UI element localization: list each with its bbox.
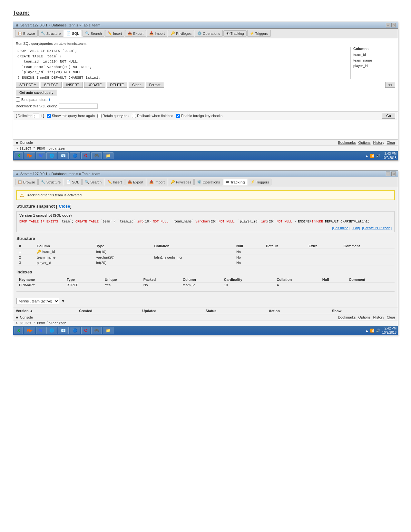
nav2-operations[interactable]: ⚙️ Operations [194,179,222,185]
nav-structure[interactable]: 🔧 Structure [38,30,64,37]
nav-browse[interactable]: 📋 Browse [15,30,38,37]
taskbar-app-opera[interactable]: O [81,152,90,159]
bind-params-checkbox[interactable] [16,97,20,102]
taskbar2-app-powerpoint[interactable]: P▶ [24,327,35,334]
foreign-keys-label[interactable]: Enable foreign key checks [176,114,222,118]
go-button[interactable]: Go [382,113,395,119]
taskbar2-app-game[interactable]: 🎮 [91,327,102,334]
row2-default [263,255,306,260]
foreign-keys-checkbox[interactable] [176,114,180,118]
insert-button[interactable]: INSERT [63,82,83,88]
bookmark-input[interactable] [59,103,98,109]
nav-export[interactable]: 📤 Export [125,30,146,37]
taskbar2-app-firefox[interactable]: 🌐 [46,327,57,334]
excel-icon: X [17,153,20,158]
bookmarks2-link[interactable]: Bookmarks [338,315,356,319]
minimize-btn[interactable]: ─ [386,23,390,27]
minimize2-btn[interactable]: ─ [386,172,390,176]
options-link[interactable]: Options [358,141,371,144]
taskbar-app-files[interactable]: 📁 [103,152,113,159]
delimiter-input[interactable] [33,113,39,118]
create-php-link[interactable]: [Create PHP code] [362,226,392,230]
taskbar2-app-opera[interactable]: O [81,327,90,334]
update-button[interactable]: UPDATE [84,82,105,88]
options2-link[interactable]: Options [358,315,371,319]
console2-sql-text: > SELECT * FROM `organizer` [16,322,395,325]
nav-operations[interactable]: ⚙️ Operations [195,30,223,37]
taskbar-app-word[interactable]: W [36,152,45,159]
window2-titlebar: 🖥 Server: 127.0.0.1 » Database: tennis »… [13,171,398,177]
close-link[interactable]: Close [59,204,70,209]
show-query-label[interactable]: Show this query here again [47,114,95,118]
snapshot-links: [Edit inline] [Edit] [Create PHP code] [19,226,392,230]
nav2-export[interactable]: 📤 Export [125,179,146,185]
version-col[interactable]: Version ▲ [16,309,79,313]
taskbar-1: X P▶ W 🌐 📧 🔵 O 🎮 📁 [13,151,398,160]
maximize-btn[interactable]: □ [391,23,396,27]
window1: 🖥 Server: 127.0.0.1 » Database: tennis »… [13,22,398,161]
nav-sql[interactable]: 📄 SQL [64,30,82,37]
time-display-1: 2:43 PM [382,152,397,156]
taskbar-app-game[interactable]: 🎮 [91,152,102,159]
nav-import[interactable]: 📥 Import [147,30,167,37]
row3-extra [306,260,341,266]
nav2-sql[interactable]: 📄 SQL [64,179,82,185]
delimiter-num: 1 [40,114,42,118]
clear2-link[interactable]: Clear [387,315,395,319]
clear-link[interactable]: Clear [387,141,395,144]
select-all-button[interactable]: SELECT ^ [16,82,39,88]
select-button[interactable]: SELECT [41,82,62,88]
row1-default [263,249,306,255]
nav-privileges[interactable]: 🔑 Privileges [168,30,194,37]
rollback-checkbox[interactable] [132,114,136,118]
taskbar2-app-thunderbird[interactable]: 📧 [58,327,69,334]
taskbar-app-chrome[interactable]: 🔵 [70,152,80,159]
snapshot-section-title: Structure snapshot [Close] [16,204,395,209]
nav2-browse[interactable]: 📋 Browse [15,179,38,185]
nav-tracking[interactable]: 👁 Tracking [223,30,247,37]
row1-comment [341,249,395,255]
triggers2-icon: ⚡ [250,180,255,184]
row2-type: varchar(20) [94,255,152,260]
taskbar2-app-chrome[interactable]: 🔵 [70,327,80,334]
history-link[interactable]: History [373,141,384,144]
nav2-tracking[interactable]: 👁 Tracking [223,179,247,185]
sql-textarea[interactable]: DROP TABLE IF EXISTS `team`; CREATE TABL… [16,47,351,79]
bookmarks-link[interactable]: Bookmarks [338,141,356,144]
nav2-insert[interactable]: ✏️ Insert [105,179,124,185]
nav2-privileges[interactable]: 🔑 Privileges [168,179,194,185]
nav-search[interactable]: 🔍 Search [83,30,104,37]
clear-button[interactable]: Clear [129,82,144,88]
nav-insert[interactable]: ✏️ Insert [105,30,125,37]
taskbar2-app-excel[interactable]: X [15,327,23,334]
nav-triggers[interactable]: ⚡ Triggers [247,30,271,37]
taskbar2-app-word[interactable]: W [36,327,45,334]
nav2-structure[interactable]: 🔧 Structure [38,179,64,185]
show-query-checkbox[interactable] [47,114,51,118]
auto-saved-button[interactable]: Get auto-saved query [16,90,57,95]
rollback-label[interactable]: Rollback when finished [132,114,173,118]
cc-button[interactable]: << [385,82,395,88]
taskbar-app-excel[interactable]: X [15,152,23,159]
taskbar-app-firefox[interactable]: 🌐 [46,152,57,159]
idx-type-header: Type [64,277,102,282]
maximize2-btn[interactable]: □ [391,172,396,176]
retain-box-label[interactable]: Retain query box [97,114,129,118]
taskbar2-app-files[interactable]: 📁 [103,327,113,334]
tracking2-icon: 👁 [226,180,229,184]
edit-inline-link[interactable]: [Edit inline] [332,226,349,230]
table-selector[interactable]: tennis . team (active) [16,298,59,304]
format-button[interactable]: Format [146,82,164,88]
nav2-import[interactable]: 📥 Import [147,179,167,185]
edit-link[interactable]: [Edit] [352,226,360,230]
retain-box-checkbox[interactable] [97,114,102,118]
taskbar-app-powerpoint[interactable]: P▶ [24,152,35,159]
nav2-search[interactable]: 🔍 Search [82,179,104,185]
taskbar-app-thunderbird[interactable]: 📧 [58,152,69,159]
history2-link[interactable]: History [373,315,384,319]
nav2-triggers[interactable]: ⚡ Triggers [248,179,271,185]
ppt-icon: P▶ [27,153,32,158]
export-label: Export [133,32,143,35]
structure-section: Structure # Column Type Collation Null D… [16,236,395,266]
delete-button[interactable]: DELETE [107,82,128,88]
